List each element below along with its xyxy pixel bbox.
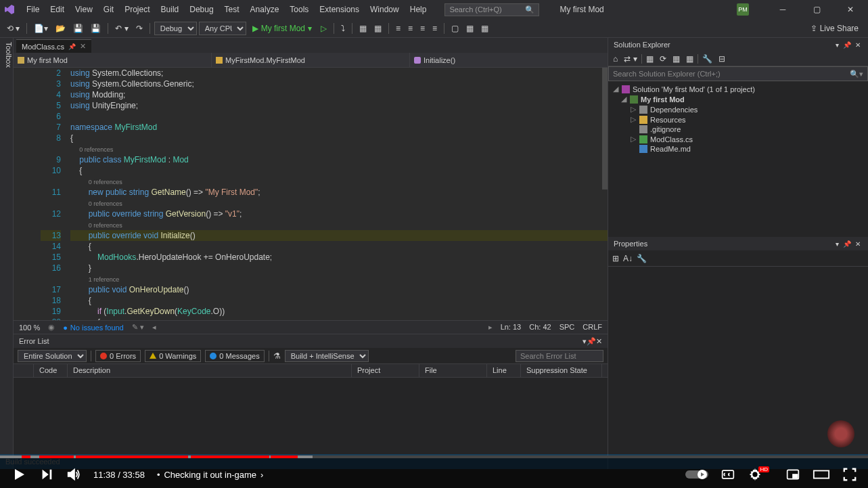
tool-icon[interactable]: ▦ bbox=[644, 53, 656, 65]
nav-member[interactable]: Initialize() bbox=[410, 53, 608, 67]
close-panel-icon[interactable]: ✕ bbox=[596, 337, 602, 346]
settings-button[interactable]: HD bbox=[748, 467, 773, 482]
redo-button[interactable]: ↷ bbox=[133, 21, 145, 36]
tool-icon[interactable]: ▦ bbox=[670, 53, 682, 65]
file-tab[interactable]: ModClass.cs 📌 ✕ bbox=[16, 39, 91, 53]
tool-icon[interactable]: ⊟ bbox=[716, 53, 727, 65]
zoom-level[interactable]: 100 % bbox=[19, 324, 40, 332]
menu-project[interactable]: Project bbox=[120, 3, 154, 16]
tree-node[interactable]: ▷ModClass.cs bbox=[611, 134, 865, 144]
warnings-filter[interactable]: 0 Warnings bbox=[145, 350, 201, 362]
sort-icon[interactable]: A↓ bbox=[623, 254, 633, 263]
search-box[interactable]: Search (Ctrl+Q) 🔍 bbox=[444, 3, 539, 16]
build-filter-dropdown[interactable]: Build + IntelliSense bbox=[285, 350, 369, 362]
live-share-button[interactable]: ⇪ Live Share bbox=[805, 22, 864, 35]
error-col[interactable]: Code bbox=[34, 364, 68, 377]
step-button[interactable]: ⤵ bbox=[338, 21, 348, 36]
dropdown-icon[interactable]: ▾ bbox=[833, 41, 841, 49]
start-without-debug-button[interactable]: ▷ bbox=[318, 21, 329, 36]
next-button[interactable] bbox=[39, 467, 54, 482]
error-search[interactable]: Search Error List bbox=[516, 350, 603, 362]
close-panel-icon[interactable]: ✕ bbox=[853, 240, 863, 248]
tool-icon[interactable]: ▦ bbox=[478, 21, 491, 36]
nav-project[interactable]: My first Mod bbox=[14, 53, 212, 67]
errors-filter[interactable]: 0 Errors bbox=[95, 350, 141, 362]
menu-git[interactable]: Git bbox=[99, 3, 118, 16]
minimize-button[interactable]: ─ bbox=[769, 0, 796, 19]
filter-icon[interactable]: ⚗ bbox=[273, 351, 281, 361]
volume-button[interactable] bbox=[66, 467, 81, 482]
menu-build[interactable]: Build bbox=[156, 3, 184, 16]
categorize-icon[interactable]: ⊞ bbox=[612, 254, 619, 263]
menu-window[interactable]: Window bbox=[365, 3, 404, 16]
bookmark-button[interactable]: ▢ bbox=[449, 21, 461, 36]
issues-indicator[interactable]: ● No issues found bbox=[63, 324, 124, 332]
tool-icon[interactable]: ▦ bbox=[684, 53, 695, 65]
pin-icon[interactable]: 📌 bbox=[841, 41, 853, 49]
comment-button[interactable]: ≡ bbox=[417, 21, 428, 36]
messages-filter[interactable]: 0 Messages bbox=[205, 350, 264, 362]
video-chapter[interactable]: • Checking it out in-game › bbox=[157, 470, 263, 480]
scroll-indicator[interactable] bbox=[602, 68, 608, 190]
switch-icon[interactable]: ⇄ ▾ bbox=[622, 53, 639, 65]
theater-button[interactable] bbox=[813, 468, 830, 481]
tool-icon[interactable]: ▦ bbox=[357, 21, 369, 36]
maximize-button[interactable]: ▢ bbox=[803, 0, 830, 19]
close-tab-icon[interactable]: ✕ bbox=[80, 42, 86, 51]
home-icon[interactable]: ⌂ bbox=[611, 53, 620, 65]
tree-node[interactable]: ◢My first Mod bbox=[611, 94, 865, 104]
error-lens-icon[interactable]: ◉ bbox=[48, 323, 55, 332]
tree-node[interactable]: ▷Resources bbox=[611, 114, 865, 125]
close-panel-icon[interactable]: ✕ bbox=[853, 41, 863, 49]
menu-extensions[interactable]: Extensions bbox=[315, 3, 364, 16]
autoplay-toggle[interactable] bbox=[685, 468, 708, 481]
error-col[interactable]: Line bbox=[487, 364, 521, 377]
back-button[interactable]: ⟲ ▾ bbox=[4, 21, 22, 36]
open-button[interactable]: 📂 bbox=[53, 21, 68, 36]
new-button[interactable]: 📄▾ bbox=[31, 21, 51, 36]
indent-button[interactable]: ≡ bbox=[393, 21, 403, 36]
error-col[interactable] bbox=[14, 364, 34, 377]
menu-test[interactable]: Test bbox=[220, 3, 244, 16]
undo-button[interactable]: ↶ ▾ bbox=[112, 21, 131, 36]
miniplayer-button[interactable] bbox=[785, 468, 800, 481]
wrench-icon[interactable]: 🔧 bbox=[700, 53, 714, 65]
menu-view[interactable]: View bbox=[70, 3, 97, 16]
line-ending[interactable]: CRLF bbox=[583, 323, 602, 332]
error-col[interactable]: Suppression State bbox=[521, 364, 602, 377]
menu-debug[interactable]: Debug bbox=[185, 3, 218, 16]
solution-search[interactable]: Search Solution Explorer (Ctrl+;) 🔍▾ bbox=[608, 66, 868, 81]
captions-button[interactable] bbox=[721, 468, 735, 481]
start-button[interactable]: ▶ My first Mod ▾ bbox=[248, 22, 316, 35]
error-col[interactable]: Description bbox=[68, 364, 352, 377]
sync-icon[interactable]: ⟳ bbox=[658, 53, 668, 65]
brush-icon[interactable]: ✎ ▾ bbox=[132, 323, 144, 332]
code-editor[interactable]: 2345678910111213141516171819202122232425… bbox=[14, 68, 608, 320]
platform-dropdown[interactable]: Any CPU bbox=[199, 22, 246, 35]
save-all-button[interactable]: 💾 bbox=[88, 21, 104, 36]
menu-edit[interactable]: Edit bbox=[45, 3, 69, 16]
fullscreen-button[interactable] bbox=[842, 467, 857, 482]
scope-dropdown[interactable]: Entire Solution bbox=[18, 350, 87, 362]
nav-class[interactable]: MyFirstMod.MyFirstMod bbox=[212, 53, 410, 67]
tree-node[interactable]: ▷Dependencies bbox=[611, 104, 865, 114]
menu-analyze[interactable]: Analyze bbox=[246, 3, 284, 16]
user-avatar[interactable]: PM bbox=[737, 3, 749, 16]
tool-icon[interactable]: ▦ bbox=[371, 21, 384, 36]
save-button[interactable]: 💾 bbox=[70, 21, 86, 36]
indent-mode[interactable]: SPC bbox=[559, 323, 575, 332]
tool-icon[interactable]: ▦ bbox=[463, 21, 476, 36]
menu-tools[interactable]: Tools bbox=[285, 3, 313, 16]
uncomment-button[interactable]: ≡ bbox=[430, 21, 440, 36]
config-dropdown[interactable]: Debug bbox=[154, 22, 197, 35]
pin-icon[interactable]: 📌 bbox=[587, 337, 596, 346]
tree-node[interactable]: .gitignore bbox=[611, 125, 865, 134]
error-col[interactable]: File bbox=[419, 364, 487, 377]
outdent-button[interactable]: ≡ bbox=[405, 21, 415, 36]
dropdown-icon[interactable]: ▾ bbox=[833, 240, 841, 248]
play-button[interactable] bbox=[11, 466, 27, 483]
close-button[interactable]: ✕ bbox=[837, 0, 864, 19]
menu-help[interactable]: Help bbox=[405, 3, 432, 16]
wrench-icon[interactable]: 🔧 bbox=[637, 254, 647, 263]
menu-file[interactable]: File bbox=[22, 3, 44, 16]
